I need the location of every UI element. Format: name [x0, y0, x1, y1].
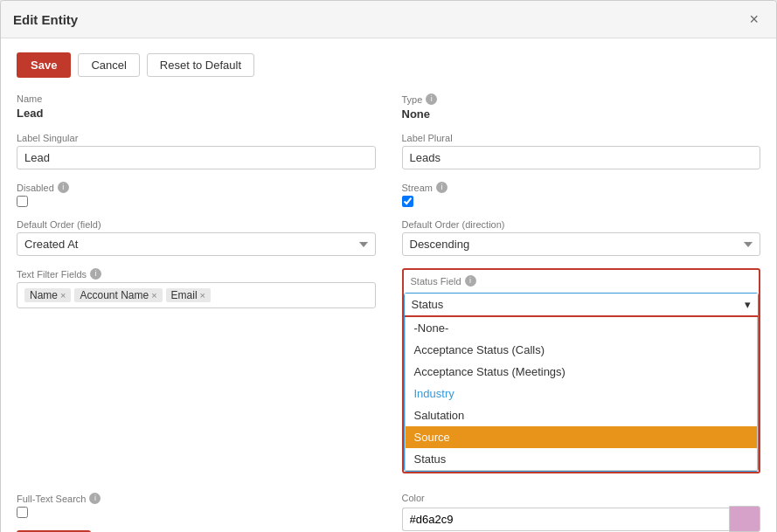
default-order-field-group: Default Order (field) Created At [17, 219, 376, 256]
edit-entity-dialog: Edit Entity × Save Cancel Reset to Defau… [0, 0, 777, 532]
toolbar: Save Cancel Reset to Default [17, 52, 760, 78]
full-text-search-info-icon: i [89, 493, 101, 504]
dropdown-option-status[interactable]: Status [406, 448, 758, 470]
name-group: Name Lead [17, 93, 376, 121]
form-grid: Name Lead Type i None Label Singular Lab… [17, 93, 760, 486]
reset-to-default-button[interactable]: Reset to Default [147, 53, 254, 77]
status-field-label: Status Field i [411, 275, 753, 287]
default-order-direction-group: Default Order (direction) Descending [402, 219, 761, 256]
full-text-search-checkbox-wrapper [17, 507, 376, 518]
default-order-field-label: Default Order (field) [17, 219, 376, 230]
stream-label: Stream i [402, 182, 761, 193]
status-field-selected[interactable]: Status ▾ [405, 294, 759, 317]
tag-name-remove[interactable]: × [60, 290, 66, 301]
dialog-title: Edit Entity [13, 12, 78, 27]
default-order-direction-select[interactable]: Descending [402, 232, 761, 256]
status-field-section: Status Field i Status ▾ -None- Acceptanc… [402, 268, 761, 473]
dropdown-option-industry[interactable]: Industry [406, 383, 758, 404]
disabled-group: Disabled i [17, 182, 376, 207]
label-singular-group: Label Singular [17, 133, 376, 169]
type-group: Type i None [402, 93, 761, 121]
text-filter-info-icon: i [90, 268, 101, 280]
full-text-search-checkbox[interactable] [17, 507, 28, 518]
type-value: None [402, 107, 761, 121]
disabled-label: Disabled i [17, 182, 376, 193]
text-filter-fields-group: Text Filter Fields i Name × Account Name… [17, 268, 376, 473]
text-filter-tags-input[interactable]: Name × Account Name × Email × [17, 282, 376, 308]
full-text-search-group: Full-Text Search i [17, 493, 376, 518]
dropdown-option-source[interactable]: Source [406, 426, 758, 448]
label-singular-label: Label Singular [17, 133, 376, 143]
tag-account-name: Account Name × [74, 288, 162, 302]
dialog-body: Save Cancel Reset to Default Name Lead T… [1, 38, 776, 532]
tag-email: Email × [166, 288, 211, 302]
cancel-button[interactable]: Cancel [78, 53, 139, 77]
full-text-search-label: Full-Text Search i [17, 493, 376, 504]
bottom-row: Full-Text Search i Kanban View Icon [17, 493, 760, 532]
tag-name: Name × [24, 288, 71, 302]
dropdown-option-none[interactable]: -None- [406, 317, 758, 339]
type-label: Type i [402, 93, 761, 105]
status-dropdown-list: -None- Acceptance Status (Calls) Accepta… [405, 317, 759, 471]
name-label: Name [17, 93, 376, 104]
right-bottom: Color [402, 493, 761, 532]
stream-group: Stream i [402, 182, 761, 207]
color-input-wrapper [402, 506, 761, 532]
label-plural-label: Label Plural [402, 133, 761, 143]
disabled-checkbox-wrapper [17, 196, 376, 207]
status-field-info-icon: i [465, 275, 476, 287]
name-value: Lead [17, 107, 376, 120]
tag-account-name-remove[interactable]: × [151, 290, 156, 301]
left-bottom: Full-Text Search i Kanban View Icon [17, 493, 376, 532]
status-field-dropdown[interactable]: Status ▾ -None- Acceptance Status (Calls… [404, 293, 760, 472]
dropdown-option-acceptance-calls[interactable]: Acceptance Status (Calls) [406, 339, 758, 361]
disabled-info-icon: i [58, 182, 69, 193]
stream-checkbox[interactable] [402, 196, 413, 207]
stream-info-icon: i [436, 182, 447, 193]
disabled-checkbox[interactable] [17, 196, 28, 207]
status-field-group: Status Field i Status ▾ -None- Acceptanc… [402, 268, 761, 473]
label-plural-group: Label Plural [402, 133, 761, 169]
default-order-field-select[interactable]: Created At [17, 232, 376, 256]
color-label: Color [402, 493, 761, 503]
tag-email-remove[interactable]: × [200, 290, 205, 301]
color-text-input[interactable] [402, 508, 730, 531]
status-field-header: Status Field i [404, 270, 760, 293]
label-singular-input[interactable] [17, 146, 376, 169]
save-button[interactable]: Save [17, 52, 71, 78]
dropdown-option-salutation[interactable]: Salutation [406, 404, 758, 426]
default-order-direction-label: Default Order (direction) [402, 219, 761, 230]
dropdown-option-acceptance-meetings[interactable]: Acceptance Status (Meetings) [406, 361, 758, 383]
chevron-down-icon: ▾ [745, 298, 751, 311]
dialog-header: Edit Entity × [1, 1, 776, 38]
text-filter-fields-label: Text Filter Fields i [17, 268, 376, 280]
stream-checkbox-wrapper [402, 196, 761, 207]
close-button[interactable]: × [744, 10, 764, 29]
type-info-icon: i [426, 93, 437, 105]
color-group: Color [402, 493, 761, 532]
color-swatch[interactable] [729, 506, 760, 532]
label-plural-input[interactable] [402, 146, 761, 169]
